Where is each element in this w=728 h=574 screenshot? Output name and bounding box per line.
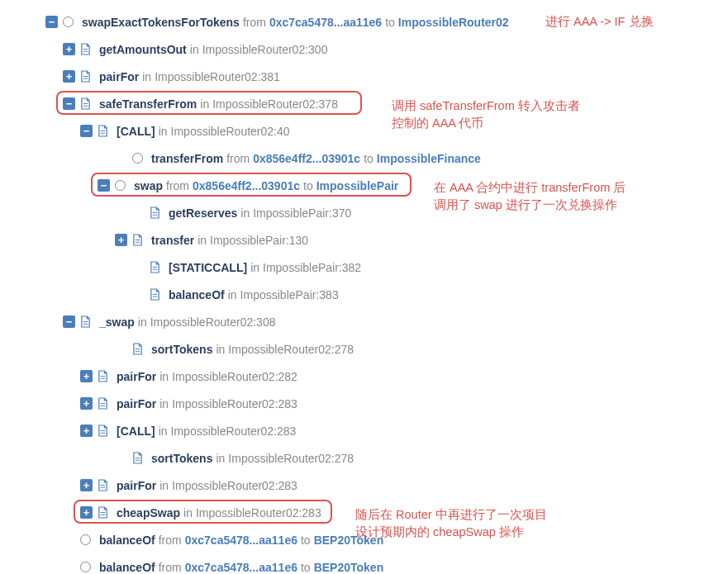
keyword-in: in [228, 288, 237, 301]
location: ImpossibleRouter02:278 [228, 452, 354, 465]
from-address: 0x856e4ff2...03901c [193, 179, 300, 192]
function-name: balanceOf [169, 288, 225, 301]
keyword-from: from [243, 16, 266, 29]
location: ImpossibleRouter02:308 [150, 315, 276, 329]
location: ImpossibleRouter02:282 [172, 370, 297, 383]
collapse-toggle[interactable] [63, 97, 75, 110]
from-address: 0x856e4ff2...03901c [253, 152, 360, 165]
trace-row[interactable]: [CALL]inImpossibleRouter02:40 [0, 117, 728, 145]
function-name: [CALL] [117, 425, 155, 438]
trace-row[interactable]: balanceOfinImpossiblePair:383 [0, 281, 728, 308]
trace-row[interactable]: balanceOffrom0xc7ca5478...aa11e6toBEP20T… [0, 526, 728, 553]
call-icon [63, 17, 74, 27]
keyword-in: in [197, 234, 207, 247]
expand-toggle[interactable] [80, 370, 93, 382]
expand-toggle[interactable] [63, 70, 75, 83]
function-name: _swap [99, 315, 135, 329]
trace-content: balanceOffrom0xc7ca5478...aa11e6toBEP20T… [99, 561, 383, 574]
keyword-in: in [216, 452, 225, 465]
to-target: BEP20Token [314, 534, 384, 547]
file-icon [132, 234, 143, 246]
trace-content: [CALL]inImpossibleRouter02:40 [117, 125, 290, 138]
collapse-toggle[interactable] [45, 16, 58, 28]
keyword-in: in [142, 70, 151, 83]
keyword-in: in [159, 425, 168, 438]
call-icon [80, 534, 91, 545]
file-icon [98, 479, 108, 491]
trace-content: transferinImpossiblePair:130 [151, 234, 308, 247]
function-name: getReserves [169, 206, 237, 220]
keyword-in: in [159, 397, 169, 410]
trace-row[interactable]: swapExactTokensForTokensfrom0xc7ca5478..… [0, 8, 728, 36]
location: ImpossiblePair:130 [210, 234, 308, 247]
from-address: 0xc7ca5478...aa11e6 [185, 561, 297, 574]
trace-content: getReservesinImpossiblePair:370 [169, 206, 351, 220]
to-target: BEP20Token [314, 561, 384, 574]
trace-row[interactable]: [CALL]inImpossibleRouter02:283 [0, 417, 728, 444]
to-target: ImpossibleRouter02 [398, 16, 509, 29]
file-icon [98, 506, 108, 519]
file-icon [132, 452, 143, 464]
trace-row[interactable]: sortTokensinImpossibleRouter02:278 [0, 335, 728, 363]
function-name: transfer [151, 234, 194, 247]
location: ImpossibleRouter02:378 [212, 97, 338, 111]
trace-row[interactable]: pairForinImpossibleRouter02:381 [0, 63, 728, 90]
expand-toggle[interactable] [63, 43, 75, 55]
location: ImpossibleRouter02:381 [155, 70, 280, 83]
trace-content: swapExactTokensForTokensfrom0xc7ca5478..… [82, 16, 509, 29]
trace-row[interactable]: sortTokensinImpossibleRouter02:278 [0, 444, 728, 472]
annotation: 进行 AAA -> IF 兑换 [545, 13, 654, 31]
collapse-toggle[interactable] [63, 315, 75, 328]
keyword-from: from [159, 534, 182, 547]
trace-content: pairForinImpossibleRouter02:283 [117, 397, 297, 410]
from-address: 0xc7ca5478...aa11e6 [185, 534, 297, 547]
trace-row[interactable]: transferFromfrom0x856e4ff2...03901ctoImp… [0, 145, 728, 172]
to-target: ImpossiblePair [316, 179, 399, 192]
trace-row[interactable]: swapfrom0x856e4ff2...03901ctoImpossibleP… [0, 172, 728, 199]
call-icon [132, 153, 143, 164]
location: ImpossibleRouter02:283 [171, 425, 297, 438]
from-address: 0xc7ca5478...aa11e6 [269, 16, 382, 29]
expand-toggle[interactable] [80, 479, 93, 491]
collapse-toggle[interactable] [98, 179, 110, 192]
function-name: [STATICCALL] [169, 261, 247, 274]
trace-row[interactable]: getAmountsOutinImpossibleRouter02:300 [0, 36, 728, 63]
trace-row[interactable]: pairForinImpossibleRouter02:283 [0, 390, 728, 417]
keyword-in: in [200, 97, 209, 111]
file-icon [132, 343, 143, 355]
trace-content: sortTokensinImpossibleRouter02:278 [151, 343, 354, 356]
trace-row[interactable]: [STATICCALL]inImpossiblePair:382 [0, 254, 728, 281]
keyword-in: in [190, 43, 199, 56]
trace-content: transferFromfrom0x856e4ff2...03901ctoImp… [151, 152, 481, 165]
expand-toggle[interactable] [115, 234, 127, 246]
collapse-toggle[interactable] [80, 125, 93, 137]
expand-toggle[interactable] [80, 425, 93, 437]
file-icon [98, 397, 108, 410]
trace-content: [CALL]inImpossibleRouter02:283 [117, 425, 296, 438]
trace-content: safeTransferFrominImpossibleRouter02:378 [99, 97, 338, 111]
location: ImpossibleRouter02:283 [196, 506, 321, 519]
trace-row[interactable]: _swapinImpossibleRouter02:308 [0, 308, 728, 335]
file-icon [98, 425, 108, 437]
keyword-from: from [159, 561, 182, 574]
trace-row[interactable]: cheapSwapinImpossibleRouter02:283随后在 Rou… [0, 499, 728, 526]
location: ImpossiblePair:383 [240, 288, 339, 301]
function-name: balanceOf [99, 561, 155, 574]
expand-toggle[interactable] [80, 397, 93, 410]
keyword-to: to [303, 179, 313, 192]
trace-row[interactable]: balanceOffrom0xc7ca5478...aa11e6toBEP20T… [0, 553, 728, 574]
trace-row[interactable]: pairForinImpossibleRouter02:282 [0, 363, 728, 390]
keyword-from: from [166, 179, 189, 192]
trace-row[interactable]: pairForinImpossibleRouter02:283 [0, 472, 728, 499]
file-icon [98, 125, 108, 137]
file-icon [150, 288, 160, 301]
keyword-in: in [216, 343, 225, 356]
trace-content: getAmountsOutinImpossibleRouter02:300 [99, 43, 327, 56]
keyword-to: to [385, 16, 395, 29]
location: ImpossibleRouter02:40 [171, 125, 290, 138]
expand-toggle[interactable] [80, 506, 93, 519]
keyword-in: in [240, 206, 250, 220]
trace-row[interactable]: getReservesinImpossiblePair:370 [0, 199, 728, 226]
trace-row[interactable]: safeTransferFrominImpossibleRouter02:378… [0, 90, 728, 117]
trace-row[interactable]: transferinImpossiblePair:130 [0, 226, 728, 254]
